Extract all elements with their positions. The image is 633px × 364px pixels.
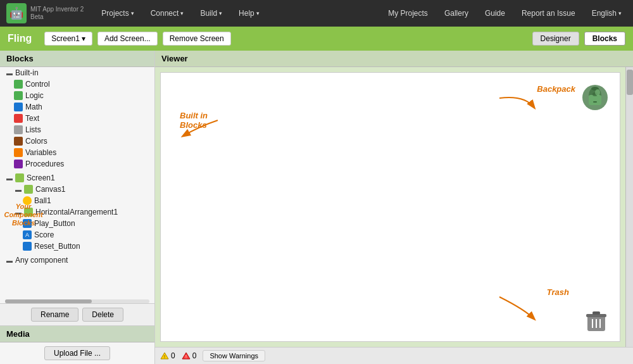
warning-item-2: ! 0 [182,351,197,360]
logic-dot [14,91,23,100]
block-colors[interactable]: Colors [0,135,154,147]
app-title: MIT App Inventor 2 Beta [30,6,84,21]
control-label: Control [25,80,50,89]
show-warnings-button[interactable]: Show Warnings [203,350,265,361]
trash-icon[interactable] [582,307,610,335]
add-screen-button[interactable]: Add Screen... [97,32,158,46]
block-text[interactable]: Text [0,113,154,124]
block-lists[interactable]: Lists [0,124,154,135]
block-control[interactable]: Control [0,78,154,90]
colors-dot [14,137,23,146]
screen1-button[interactable]: Screen1 ▾ [44,32,92,46]
connect-arrow: ▾ [180,10,184,16]
ha1-group[interactable]: ▬ HorizontalArrangement1 [0,206,154,218]
nav-english[interactable]: English ▾ [587,6,627,20]
canvas1-label: Canvas1 [35,185,65,194]
svg-rect-9 [592,311,600,315]
play-btn-label: Play_Button [34,219,75,228]
sidebar-scroll-area [0,297,154,303]
viewer-with-scrollbar: Backpack [155,67,633,347]
viewer-footer: ! 0 ! 0 Show Warnings [155,347,633,364]
viewer-header: Viewer [155,51,633,67]
block-logic[interactable]: Logic [0,90,154,101]
sidebar-scrollbar-thumb[interactable] [5,299,92,303]
warning-count-2: 0 [192,351,197,360]
rename-button[interactable]: Rename [31,308,78,322]
any-component-expand: ▬ [5,256,14,265]
upload-file-button[interactable]: Upload File ... [44,346,110,360]
block-math[interactable]: Math [0,101,154,113]
remove-screen-button[interactable]: Remove Screen [163,32,231,46]
svg-rect-2 [589,95,601,105]
blocks-section[interactable]: ▬ Built-in Control Logic Math Text L [0,67,154,297]
play-btn-icon [23,219,32,228]
sidebar-bottom: Rename Delete [0,303,154,325]
app-subtitle: Beta [30,13,84,21]
viewer-canvas[interactable]: Backpack [160,72,620,342]
nav-projects[interactable]: Projects ▾ [96,6,139,20]
nav-connect[interactable]: Connect ▾ [146,6,189,20]
delete-button[interactable]: Delete [82,308,123,322]
blocks-header: Blocks [0,51,154,67]
lists-dot [14,125,23,134]
reset-btn-icon [23,242,32,251]
trash-arrow [493,291,544,329]
ha1-label: HorizontalArrangement1 [35,208,118,217]
screen1-label: Screen1 [27,173,55,182]
nav-build[interactable]: Build ▾ [195,6,227,20]
viewer-scrollbar-thumb[interactable] [627,70,633,95]
viewer-area: Viewer Backpack [155,51,633,364]
nav-guide[interactable]: Guide [480,6,510,20]
top-nav: 🤖 MIT App Inventor 2 Beta Projects ▾ Con… [0,0,633,27]
warning-item-1: ! 0 [160,351,175,360]
viewer-scrollbar[interactable] [625,67,633,347]
control-dot [14,80,23,89]
colors-label: Colors [25,137,47,146]
block-procedures[interactable]: Procedures [0,158,154,170]
nav-my-projects[interactable]: My Projects [383,6,433,20]
block-variables[interactable]: Variables [0,147,154,158]
variables-dot [14,148,23,157]
screen1-expand: ▬ [5,173,14,182]
sidebar-scrollbar[interactable] [5,299,149,303]
screen1-arrow: ▾ [82,34,85,43]
procedures-dot [14,160,23,168]
blocks-button[interactable]: Blocks [584,32,625,46]
text-dot [14,114,23,123]
nav-help[interactable]: Help ▾ [234,6,265,20]
reset-btn-label: Reset_Button [34,242,80,251]
nav-report-issue[interactable]: Report an Issue [517,6,580,20]
svg-text:!: ! [164,355,165,359]
warning-triangle-1: ! [160,352,169,360]
canvas1-icon [24,185,33,194]
ha1-expand: ▬ [14,208,23,217]
score-item[interactable]: A Score [0,229,154,241]
canvas1-group[interactable]: ▬ Canvas1 [0,184,154,195]
logo-area: 🤖 MIT App Inventor 2 Beta [6,3,84,23]
designer-button[interactable]: Designer [532,32,579,46]
reset-btn-item[interactable]: Reset_Button [0,241,154,252]
any-component-item[interactable]: ▬ Any component [0,254,154,266]
logic-label: Logic [25,91,44,100]
help-arrow: ▾ [256,10,260,16]
main-area: Blocks ▬ Built-in Control Logic Math Te [0,51,633,364]
nav-gallery[interactable]: Gallery [439,6,473,20]
play-btn-item[interactable]: Play_Button [0,218,154,229]
ha1-icon [24,208,33,217]
built-in-label: Built-in [15,68,39,77]
backpack-icon[interactable] [580,82,610,113]
backpack-arrow [493,92,544,123]
any-component-label: Any component [15,256,68,265]
screen1-group[interactable]: ▬ Screen1 [0,172,154,184]
ball1-item[interactable]: Ball1 [0,195,154,206]
variables-label: Variables [25,148,56,157]
warning-triangle-2: ! [182,352,191,360]
built-in-group[interactable]: ▬ Built-in [0,67,154,78]
media-body: Upload File ... [0,342,154,364]
english-arrow: ▾ [618,10,622,16]
lists-label: Lists [25,125,41,134]
svg-rect-5 [593,101,597,103]
procedures-label: Procedures [25,160,64,168]
ball1-label: Ball1 [34,196,51,205]
media-header: Media [0,326,154,342]
